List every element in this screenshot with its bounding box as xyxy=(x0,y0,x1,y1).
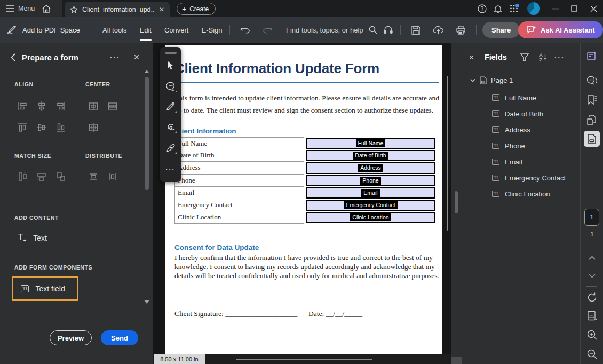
text-field-icon: TI xyxy=(21,285,29,292)
distribute-horizontally-button[interactable] xyxy=(107,171,118,183)
comments-rail-button[interactable] xyxy=(584,72,600,88)
horizontal-scrollbar[interactable] xyxy=(236,359,372,360)
field-item-email[interactable]: TIEmail xyxy=(462,154,580,170)
redo-button[interactable] xyxy=(260,17,274,43)
upload-cloud-button[interactable] xyxy=(431,17,445,43)
field-item-full-name[interactable]: TIFull Name xyxy=(462,90,580,106)
notification-dot xyxy=(515,4,519,7)
window-close-button[interactable] xyxy=(584,0,603,17)
form-field-clinic-location[interactable]: Clinic Location xyxy=(306,212,435,223)
align-top-button[interactable] xyxy=(17,122,28,133)
panel-close-button[interactable]: ✕ xyxy=(133,53,140,61)
more-tools-button[interactable]: ··· xyxy=(163,162,179,177)
sign-tool-button[interactable] xyxy=(163,140,179,155)
scrollbar-thumb[interactable] xyxy=(145,77,149,190)
actual-size-button[interactable]: 1:1 xyxy=(584,307,600,323)
page-thumbnails-rail-button[interactable] xyxy=(584,131,600,147)
form-field-full-name[interactable]: Full Name xyxy=(306,138,435,149)
center-vertically-button[interactable] xyxy=(88,100,99,112)
align-bottom-button[interactable] xyxy=(55,122,67,133)
center-both-button[interactable] xyxy=(88,122,99,133)
send-button[interactable]: Send xyxy=(101,330,138,345)
document-tab[interactable]: Client_information_upd... ✕ xyxy=(65,2,170,17)
read-aloud-button[interactable] xyxy=(381,17,395,43)
current-page-box[interactable]: 1 xyxy=(584,209,599,226)
previous-page-button[interactable] xyxy=(584,250,600,266)
text-field-tool[interactable]: TI Text field xyxy=(12,276,78,301)
notifications-button[interactable] xyxy=(490,0,506,17)
match-height-button[interactable] xyxy=(17,171,28,183)
scroll-down-icon[interactable] xyxy=(144,300,149,304)
field-item-label: Address xyxy=(505,126,530,134)
undo-button[interactable] xyxy=(238,17,252,43)
field-item-address[interactable]: TIAddress xyxy=(462,122,580,138)
save-button[interactable] xyxy=(409,17,423,43)
sort-az-button[interactable]: AZ xyxy=(539,52,548,62)
align-horizontal-center-button[interactable] xyxy=(36,122,47,133)
form-field-email[interactable]: Email xyxy=(306,187,435,199)
tab-convert[interactable]: Convert xyxy=(164,17,189,43)
match-both-button[interactable] xyxy=(55,171,67,183)
share-button[interactable]: Share xyxy=(482,22,520,38)
scroll-up-icon[interactable] xyxy=(144,69,149,74)
match-width-button[interactable] xyxy=(36,171,47,183)
filter-button[interactable] xyxy=(520,53,529,61)
center-horizontally-button[interactable] xyxy=(107,100,118,112)
select-tool-button[interactable] xyxy=(163,58,179,73)
minimize-button[interactable] xyxy=(545,0,565,17)
vertical-scrollbar-thumb[interactable] xyxy=(455,191,458,213)
text-field-label: Text field xyxy=(35,284,65,293)
create-tab-button[interactable]: + Create xyxy=(177,3,216,15)
fields-more-button[interactable]: ··· xyxy=(554,53,565,61)
zoom-in-button[interactable] xyxy=(584,327,600,343)
preview-button[interactable]: Preview xyxy=(50,330,92,345)
align-vertical-center-button[interactable] xyxy=(36,100,47,112)
form-field-address[interactable]: Address xyxy=(306,162,435,173)
distribute-vertically-button[interactable] xyxy=(88,171,99,183)
form-field-emergency-contact[interactable]: Emergency Contact xyxy=(306,200,435,211)
draw-tool-button[interactable] xyxy=(163,120,179,134)
rotate-refresh-button[interactable] xyxy=(584,289,600,305)
page-tree-node[interactable]: Page 1 xyxy=(470,76,513,84)
toolbar-drag-handle[interactable] xyxy=(165,52,177,54)
add-to-pdf-space-button[interactable]: Add to PDF Space xyxy=(7,17,80,43)
field-item-label: Date of Birth xyxy=(505,110,543,118)
align-left-button[interactable] xyxy=(17,100,28,112)
bookmarks-rail-button[interactable] xyxy=(584,92,600,108)
form-field-phone[interactable]: Phone xyxy=(306,175,435,186)
avatar[interactable] xyxy=(527,2,540,15)
panel-more-button[interactable]: ··· xyxy=(110,53,120,61)
menu-button[interactable]: Menu xyxy=(6,5,35,12)
field-item-emergency-contact[interactable]: TIEmergency Contact xyxy=(462,170,580,186)
zoom-out-button[interactable] xyxy=(584,346,600,362)
tab-e-sign[interactable]: E-Sign xyxy=(201,17,222,43)
home-button[interactable] xyxy=(42,5,51,13)
fields-close-button[interactable]: ✕ xyxy=(469,53,474,61)
form-field-date-of-birth[interactable]: Date of Birth xyxy=(306,150,435,161)
tab-edit[interactable]: Edit xyxy=(140,17,152,43)
field-item-clinic-location[interactable]: TIClinic Location xyxy=(462,186,580,202)
find-tools-search[interactable]: Find tools, topics, or help xyxy=(286,17,377,43)
maximize-button[interactable] xyxy=(565,0,584,17)
help-button[interactable] xyxy=(474,0,490,17)
star-icon[interactable] xyxy=(70,6,78,13)
chevron-down-icon[interactable] xyxy=(470,78,475,82)
panel-back-button[interactable] xyxy=(11,53,15,61)
field-item-phone[interactable]: TIPhone xyxy=(462,138,580,154)
pages-copy-rail-button[interactable] xyxy=(584,112,600,128)
next-page-button[interactable] xyxy=(584,268,600,284)
left-panel-scrollbar[interactable] xyxy=(144,69,150,307)
ask-ai-assistant-button[interactable]: Ask AI Assistant xyxy=(518,21,603,38)
page-scroll-indicator[interactable] xyxy=(447,76,448,231)
prepare-form-rail-button[interactable] xyxy=(584,48,600,64)
undo-icon xyxy=(240,26,250,34)
comment-tool-button[interactable] xyxy=(163,78,179,93)
add-text-tool[interactable]: T+ Text xyxy=(18,232,47,243)
print-button[interactable] xyxy=(454,17,467,43)
apps-grid-button[interactable] xyxy=(506,0,522,17)
tab-close-button[interactable]: ✕ xyxy=(159,6,164,13)
tab-all-tools[interactable]: All tools xyxy=(102,17,127,43)
pencil-tool-button[interactable] xyxy=(163,99,179,114)
align-right-button[interactable] xyxy=(55,100,67,112)
field-item-date-of-birth[interactable]: TIDate of Birth xyxy=(462,106,580,122)
